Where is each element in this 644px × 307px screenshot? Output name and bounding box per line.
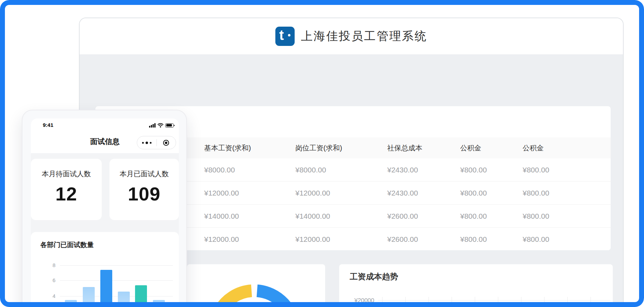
table-cell: ¥800.00: [460, 228, 487, 250]
bar-5: [135, 285, 147, 307]
department-barchart-card: 各部门已面试数量 864: [31, 232, 179, 307]
table-cell: ¥14000.00: [204, 205, 239, 227]
table-cell: ¥12000.00: [204, 182, 239, 204]
table-cell: ¥2600.00: [387, 228, 418, 250]
table-header-cell: 基本工资(求和): [204, 137, 251, 158]
bar-3: [100, 270, 112, 307]
table-cell: ¥800.00: [460, 158, 487, 181]
app-title: 上海佳投员工管理系统: [301, 28, 427, 44]
table-cell: ¥12000.00: [295, 228, 330, 250]
wifi-icon: [157, 123, 163, 128]
status-time: 9:41: [43, 122, 53, 128]
bar-y-tick: 6: [47, 277, 55, 283]
table-cell: ¥800.00: [460, 182, 487, 204]
bar-y-tick: 4: [47, 293, 55, 299]
status-icons: [149, 123, 174, 128]
cellular-signal-icon: [149, 123, 156, 128]
donut-svg: [187, 264, 325, 307]
screenshot-canvas: t 上海佳投员工管理系统 部门工资汇总表 基本工资(求和)岗位工资(求和)社保总…: [0, 0, 644, 307]
table-cell: ¥2430.00: [387, 158, 418, 181]
table-cell: ¥8000.00: [295, 158, 326, 181]
app-logo-icon: t: [275, 27, 295, 46]
table-header-cell: 社保总成本: [387, 137, 422, 158]
phone-mockup: 9:41 面试信息: [22, 110, 187, 307]
table-cell: ¥800.00: [460, 205, 487, 227]
barchart-title: 各部门已面试数量: [40, 240, 94, 250]
table-cell: ¥14000.00: [295, 205, 330, 227]
phone-screen: 9:41 面试信息: [31, 118, 179, 307]
yellow-slice: [219, 291, 251, 307]
app-header: t 上海佳投员工管理系统: [80, 18, 623, 54]
logo-glyph: t: [279, 27, 284, 43]
more-dots-icon: [142, 142, 152, 144]
table-cell: ¥800.00: [523, 158, 549, 181]
donut-chart-card: [187, 264, 325, 307]
bar-4: [118, 292, 130, 307]
completed-interviews-value: 109: [109, 183, 179, 205]
completed-interviews-label: 本月已面试人数: [109, 169, 179, 179]
trend-line-chart: ¥20000¥15000¥10000: [339, 264, 613, 307]
table-header-cell: 公积金: [523, 137, 544, 158]
bar-1: [65, 300, 77, 307]
pending-interviews-label: 本月待面试人数: [31, 169, 102, 179]
trend-svg: ¥20000¥15000¥10000: [339, 264, 613, 307]
bar-gridline: [60, 280, 173, 281]
bar-y-tick: 8: [47, 262, 55, 268]
table-header-cell: 岗位工资(求和): [295, 137, 342, 158]
miniprogram-capsule: [137, 136, 176, 149]
bar-gridline: [60, 296, 173, 296]
table-header-cell: 公积金: [460, 137, 481, 158]
battery-icon: [165, 123, 174, 128]
pending-interviews-value: 12: [31, 183, 102, 205]
table-cell: ¥800.00: [523, 228, 549, 250]
table-cell: ¥8000.00: [204, 158, 235, 181]
donut-chart: [187, 264, 325, 307]
bar-6: [153, 300, 165, 307]
more-button[interactable]: [137, 136, 156, 149]
pending-interviews-card: 本月待面试人数 12: [31, 159, 102, 220]
salary-trend-card: 工资成本趋势 ¥20000¥15000¥10000: [339, 264, 613, 307]
table-cell: ¥12000.00: [295, 182, 330, 204]
table-cell: ¥800.00: [523, 182, 549, 204]
phone-header: 9:41 面试信息: [31, 118, 179, 153]
table-cell: ¥12000.00: [204, 228, 239, 250]
table-cell: ¥800.00: [523, 205, 549, 227]
y-axis-tick: ¥20000: [354, 297, 374, 304]
table-cell: ¥2430.00: [387, 182, 418, 204]
blue-slice: [256, 291, 294, 307]
bar-2: [83, 287, 95, 307]
logo-dot: [288, 34, 290, 36]
table-cell: ¥2600.00: [387, 205, 418, 227]
completed-interviews-card: 本月已面试人数 109: [109, 159, 179, 220]
target-circle-icon: [163, 140, 169, 146]
bar-gridline: [60, 265, 173, 266]
trend-chart-title: 工资成本趋势: [350, 271, 398, 282]
minimize-button[interactable]: [157, 136, 176, 149]
